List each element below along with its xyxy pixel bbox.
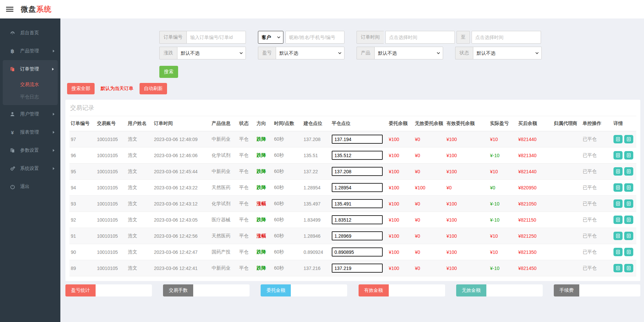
- summary-valid-amount-value[interactable]: [389, 284, 445, 296]
- detail-button[interactable]: [613, 135, 623, 143]
- detail-secondary-button[interactable]: [624, 216, 633, 224]
- pages-icon: [9, 148, 16, 153]
- search-button[interactable]: 搜索: [159, 66, 178, 78]
- cell-control: 已平仓: [581, 180, 612, 196]
- cell-status: 平仓: [238, 164, 255, 180]
- chevron-right-icon: [52, 149, 55, 152]
- detail-button[interactable]: [613, 183, 623, 192]
- customer-type-select[interactable]: 客户: [258, 31, 283, 44]
- close-point-input[interactable]: [332, 247, 383, 257]
- product-label: 产品: [357, 47, 374, 59]
- cell-actual-profit: ¥10: [489, 164, 517, 180]
- app-logo: 微盘系统: [21, 4, 52, 14]
- cell-account: 10010105: [96, 180, 126, 196]
- detail-secondary-button[interactable]: [624, 248, 633, 256]
- cell-open-point: 137.22: [302, 164, 330, 180]
- cell-valid-entrust: ¥100: [445, 212, 489, 228]
- sidebar-item-order-management[interactable]: 订单管理: [3, 60, 58, 78]
- cell-entrust-balance: ¥100: [387, 260, 414, 276]
- cell-entrust-balance: ¥100: [387, 244, 414, 260]
- col-account: 交易账号: [96, 116, 126, 131]
- close-point-input[interactable]: [332, 167, 383, 176]
- close-point-input[interactable]: [332, 231, 383, 240]
- sidebar-subitem-close-position-log[interactable]: 平仓日志: [3, 91, 58, 103]
- sidebar-subitem-trade-flow[interactable]: 交易流水: [3, 78, 58, 91]
- close-point-input[interactable]: [332, 199, 383, 208]
- dashboard-icon: [9, 30, 16, 36]
- table-row: 9610010105浩文2023-03-06 12:46:06化学试剂平仓跌降6…: [69, 147, 636, 164]
- product-select[interactable]: 默认不选: [374, 47, 443, 59]
- sidebar-item-logout[interactable]: 退出: [0, 178, 60, 196]
- cell-valid-entrust: ¥100: [445, 228, 489, 244]
- cell-name: 浩文: [126, 244, 153, 260]
- detail-button[interactable]: [613, 151, 623, 159]
- status-select[interactable]: 默认不选: [473, 47, 542, 59]
- cell-product: 天然医药: [210, 180, 238, 196]
- cell-duration: 60秒: [273, 244, 302, 260]
- time-to-label: 至: [457, 31, 470, 44]
- time-start-input[interactable]: [385, 31, 455, 44]
- cell-valid-entrust: ¥0: [445, 180, 489, 196]
- close-point-input[interactable]: [332, 151, 383, 160]
- menu-toggle-icon[interactable]: [6, 5, 13, 13]
- cell-time: 2023-03-06 12:43:05: [153, 212, 210, 228]
- cell-id: 95: [69, 164, 96, 180]
- sidebar-item-user-management[interactable]: 用户管理: [0, 105, 60, 123]
- sidebar-item-report-management[interactable]: ¥报表管理: [0, 123, 60, 141]
- rise-fall-select[interactable]: 默认不选: [177, 47, 246, 59]
- time-end-input[interactable]: [472, 31, 541, 44]
- summary-invalid-amount-value[interactable]: [486, 284, 543, 296]
- detail-button[interactable]: [613, 199, 623, 208]
- filter-product: 产品 默认不选: [357, 47, 443, 59]
- detail-button[interactable]: [613, 248, 623, 256]
- search-all-button[interactable]: 搜索全部: [67, 83, 95, 94]
- cell-invalid-entrust: ¥0: [414, 164, 445, 180]
- summary-profit-stats-value[interactable]: [96, 284, 152, 296]
- order-no-input[interactable]: [186, 31, 246, 44]
- close-point-input[interactable]: [332, 183, 383, 192]
- cell-direction: 跌降: [255, 244, 273, 260]
- detail-button[interactable]: [613, 232, 623, 240]
- col-name: 用户姓名: [126, 116, 153, 131]
- cell-control: 已平仓: [581, 196, 612, 212]
- cell-control: 已平仓: [581, 260, 612, 276]
- summary-fee-value[interactable]: [579, 284, 640, 296]
- detail-secondary-button[interactable]: [624, 232, 633, 240]
- filter-form: 订单编号 客户 订单时间 至: [159, 18, 640, 78]
- sidebar-item-dashboard[interactable]: 后台首页: [0, 24, 60, 42]
- cell-open-point: 135.497: [302, 196, 330, 212]
- close-point-input[interactable]: [332, 135, 383, 144]
- detail-secondary-button[interactable]: [624, 135, 633, 143]
- profit-loss-select[interactable]: 默认不选: [276, 47, 344, 59]
- detail-secondary-button[interactable]: [624, 151, 633, 159]
- close-point-input[interactable]: [332, 264, 383, 273]
- detail-secondary-button[interactable]: [624, 264, 633, 272]
- cell-actual-profit: ¥-10: [489, 147, 517, 164]
- auto-refresh-button[interactable]: 自动刷新: [140, 83, 167, 94]
- customer-keyword-input[interactable]: [285, 31, 344, 44]
- sidebar-item-system-settings[interactable]: 系统设置: [0, 159, 60, 178]
- sidebar-item-product-management[interactable]: ฿产品管理: [0, 42, 60, 60]
- detail-button[interactable]: [613, 264, 623, 272]
- detail-button[interactable]: [613, 216, 623, 224]
- order-no-label: 订单编号: [159, 31, 186, 44]
- sidebar-item-parameter-settings[interactable]: 参数设置: [0, 141, 60, 159]
- cell-duration: 60秒: [273, 147, 302, 164]
- detail-secondary-button[interactable]: [624, 167, 633, 176]
- col-status: 状态: [238, 116, 255, 131]
- close-point-input[interactable]: [332, 215, 383, 224]
- table-row: 9010010105浩文2023-03-06 12:42:47国药产投平仓跌降6…: [69, 244, 636, 260]
- chevron-right-icon: [52, 131, 55, 134]
- cell-account: 10010105: [96, 260, 126, 276]
- detail-button[interactable]: [613, 167, 623, 176]
- detail-secondary-button[interactable]: [624, 199, 633, 208]
- cell-valid-entrust: ¥100: [445, 260, 489, 276]
- cell-invalid-entrust: ¥0: [414, 196, 445, 212]
- cell-invalid-entrust: ¥0: [414, 131, 445, 147]
- summary-entrust-amount-value[interactable]: [291, 284, 347, 296]
- default-today-hint: 默认为当天订单: [101, 86, 133, 92]
- cell-entrust-balance: ¥100: [387, 131, 414, 147]
- summary-trade-lots-value[interactable]: [193, 284, 250, 296]
- detail-secondary-button[interactable]: [624, 183, 633, 192]
- summary-valid-amount-label: 有效金额: [359, 284, 389, 296]
